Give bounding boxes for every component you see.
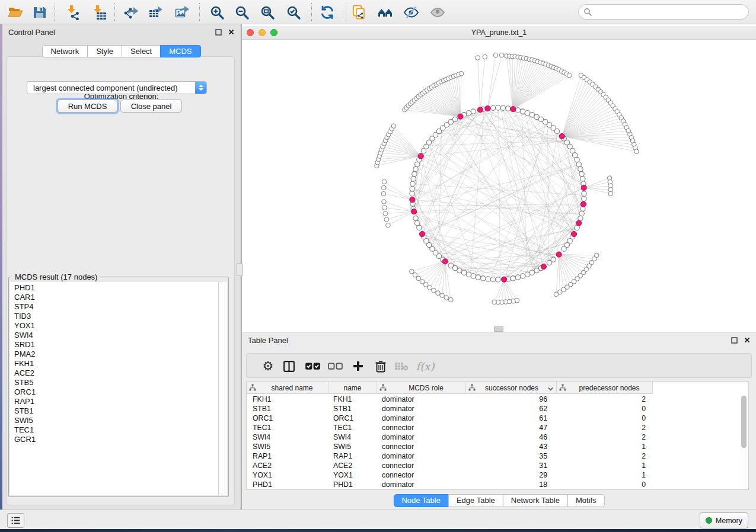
network-node[interactable]	[452, 117, 457, 121]
column-header-successor-nodes[interactable]: successor nodes	[466, 382, 557, 394]
horizontal-splitter-handle[interactable]	[494, 326, 503, 332]
network-graph-canvas[interactable]	[242, 40, 756, 328]
network-node[interactable]	[515, 275, 520, 280]
network-node[interactable]	[520, 109, 525, 114]
network-node[interactable]	[384, 217, 389, 222]
network-node[interactable]	[381, 191, 386, 196]
zoom-fit-button[interactable]	[259, 4, 275, 20]
mcds-list-scrollbar[interactable]	[219, 282, 227, 495]
table-row[interactable]: SWI4SWI4dominator462	[247, 432, 740, 442]
mcds-result-item[interactable]: TID3	[10, 312, 218, 321]
import-table-button[interactable]	[91, 4, 107, 20]
network-node[interactable]	[410, 191, 414, 196]
table-row[interactable]: ORC1ORC1dominator610	[247, 414, 740, 423]
network-node[interactable]	[492, 300, 497, 305]
open-file-button[interactable]	[7, 4, 23, 20]
network-node[interactable]	[575, 157, 579, 162]
table-row[interactable]: SWI5SWI5connector431	[247, 442, 740, 451]
tab-style[interactable]: Style	[87, 45, 122, 57]
network-node[interactable]	[525, 111, 529, 116]
network-node[interactable]	[459, 71, 464, 76]
network-node[interactable]	[471, 109, 476, 114]
zoom-out-button[interactable]	[234, 4, 250, 20]
close-window-traffic-light[interactable]	[247, 29, 254, 36]
mcds-result-item[interactable]: ACE2	[10, 368, 218, 378]
delete-table-button[interactable]	[393, 358, 410, 374]
add-column-button[interactable]	[350, 358, 366, 374]
mcds-result-item[interactable]: SWI5	[10, 416, 218, 425]
network-node[interactable]	[432, 288, 436, 293]
close-panel-icon[interactable]	[743, 336, 751, 344]
network-node[interactable]	[471, 274, 476, 278]
mcds-network-node[interactable]	[559, 133, 564, 139]
network-node[interactable]	[493, 53, 498, 57]
close-panel-icon[interactable]	[227, 28, 235, 36]
function-builder-button[interactable]: f(x)	[417, 358, 433, 374]
mcds-result-item[interactable]: ORC1	[10, 387, 218, 397]
export-image-button[interactable]	[174, 4, 190, 20]
tab-mcds[interactable]: MCDS	[160, 45, 200, 57]
network-node[interactable]	[410, 186, 414, 191]
mcds-network-node[interactable]	[410, 197, 415, 203]
network-node[interactable]	[554, 129, 559, 133]
mcds-result-item[interactable]: SWI4	[10, 331, 218, 340]
save-session-button[interactable]	[31, 4, 47, 20]
network-node[interactable]	[483, 55, 487, 59]
table-row[interactable]: YOX1YOX1connector291	[247, 470, 740, 480]
table-scrollbar-thumb[interactable]	[741, 396, 747, 448]
column-header-name[interactable]: name	[328, 382, 377, 394]
network-node[interactable]	[466, 111, 471, 116]
mcds-network-node[interactable]	[541, 264, 546, 269]
float-panel-icon[interactable]	[730, 336, 738, 344]
tab-network-table[interactable]: Network Table	[503, 494, 568, 507]
network-node[interactable]	[417, 225, 422, 230]
network-node[interactable]	[413, 273, 417, 277]
network-node[interactable]	[499, 53, 504, 57]
network-node[interactable]	[567, 73, 572, 78]
mcds-network-node[interactable]	[412, 209, 417, 214]
network-node[interactable]	[579, 171, 584, 176]
network-node[interactable]	[578, 166, 583, 171]
mcds-result-list[interactable]: PHD1CAR1STP4TID3YOX1SWI4SRD1PMA2FKH1ACE2…	[10, 282, 219, 495]
network-node[interactable]	[481, 276, 486, 281]
network-node[interactable]	[547, 260, 551, 265]
network-node[interactable]	[576, 162, 581, 166]
network-node[interactable]	[391, 124, 396, 129]
network-node[interactable]	[383, 211, 388, 216]
table-row[interactable]: TEC1TEC1connector472	[247, 423, 740, 432]
table-options-button[interactable]: ⚙	[260, 358, 276, 374]
network-node[interactable]	[500, 105, 505, 110]
table-row[interactable]: RAP1RAP1dominator352	[247, 451, 740, 461]
network-node[interactable]	[511, 276, 515, 281]
column-header-MCDS-role[interactable]: MCDS role	[377, 382, 466, 394]
mcds-network-node[interactable]	[511, 107, 516, 112]
export-table-button[interactable]	[148, 4, 164, 20]
mcds-network-node[interactable]	[477, 107, 483, 113]
column-header-predecessor-nodes[interactable]: predecessor nodes	[557, 382, 653, 394]
run-mcds-button[interactable]: Run MCDS	[58, 100, 117, 113]
refresh-view-button[interactable]	[319, 4, 335, 20]
mcds-result-item[interactable]: FKH1	[10, 359, 218, 368]
network-node[interactable]	[582, 191, 586, 196]
mcds-network-node[interactable]	[556, 252, 562, 257]
network-node[interactable]	[448, 263, 453, 268]
mcds-network-node[interactable]	[485, 105, 490, 111]
table-scrollbar[interactable]	[740, 395, 748, 489]
memory-button[interactable]: Memory	[700, 512, 748, 528]
mcds-network-node[interactable]	[576, 220, 582, 226]
mcds-result-item[interactable]: RAP1	[10, 397, 218, 406]
tab-motifs[interactable]: Motifs	[567, 494, 605, 507]
import-network-button[interactable]	[65, 4, 81, 20]
network-node[interactable]	[634, 149, 639, 154]
mcds-result-item[interactable]: STP4	[10, 302, 218, 312]
select-all-button[interactable]	[304, 358, 321, 374]
network-node[interactable]	[423, 283, 428, 287]
network-node[interactable]	[428, 286, 432, 290]
tab-select[interactable]: Select	[122, 45, 161, 57]
mcds-result-item[interactable]: SRD1	[10, 340, 218, 350]
mcds-network-node[interactable]	[580, 201, 586, 207]
network-node[interactable]	[529, 270, 534, 275]
network-node[interactable]	[520, 274, 525, 278]
network-node[interactable]	[476, 275, 480, 280]
network-node[interactable]	[579, 211, 584, 216]
